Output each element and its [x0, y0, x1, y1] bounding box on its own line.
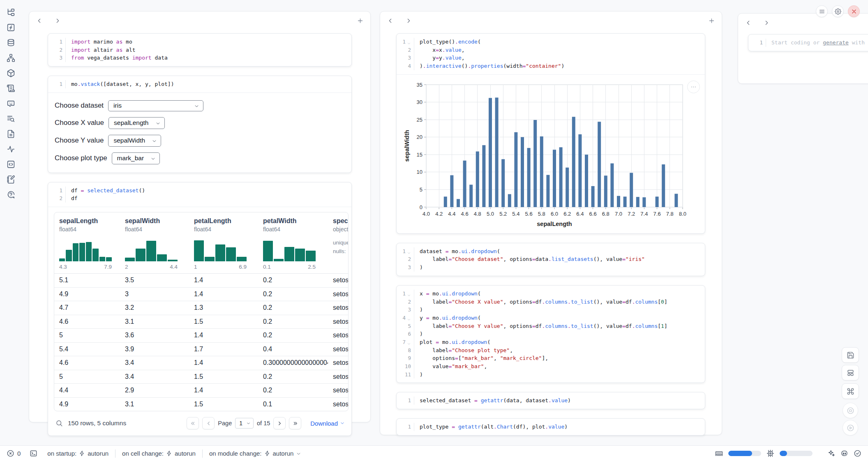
- terminal-button[interactable]: [30, 449, 37, 457]
- next-page-button[interactable]: [273, 417, 286, 429]
- copilot-icon[interactable]: [840, 449, 848, 457]
- fold-chevron-icon[interactable]: [407, 292, 411, 296]
- sidebar-package-button[interactable]: [6, 67, 16, 79]
- download-button[interactable]: Download: [310, 420, 345, 427]
- code-editor[interactable]: 123import marimo as moimport altair as a…: [48, 34, 351, 66]
- column-header-species[interactable]: speciesobjectunique:nulls:: [328, 217, 349, 270]
- add-cell-button[interactable]: [708, 17, 715, 24]
- error-indicator[interactable]: 0: [7, 449, 21, 457]
- table-cell: 1.4: [189, 332, 258, 339]
- code-lines[interactable]: x = mo.ui.dropdown( label="Choose X valu…: [414, 290, 705, 379]
- sidebar-database-button[interactable]: [6, 37, 16, 48]
- sparkles-icon[interactable]: [827, 449, 835, 457]
- choose-x-value-select[interactable]: sepalLength: [108, 117, 164, 129]
- prev-page-button[interactable]: [202, 417, 215, 429]
- fold-chevron-icon[interactable]: [407, 340, 411, 344]
- collapse-column-icon[interactable]: [745, 19, 752, 26]
- sidebar-scroll-text-button[interactable]: [6, 83, 16, 94]
- chevron-down-icon: [155, 120, 161, 126]
- code-editor[interactable]: 1234567891011x = mo.ui.dropdown( label="…: [397, 286, 705, 383]
- sidebar-file-tree-button[interactable]: [6, 7, 16, 18]
- svg-text:6.2: 6.2: [563, 211, 571, 217]
- table-row[interactable]: 4.42.91.40.2setosa: [54, 384, 349, 398]
- table-row[interactable]: 4.63.41.40.30000000000000004setosa: [54, 356, 349, 370]
- layout-button[interactable]: [842, 365, 859, 380]
- sidebar-bot-message-button[interactable]: [6, 98, 16, 109]
- expand-column-icon[interactable]: [54, 17, 61, 24]
- play-button[interactable]: [843, 420, 858, 436]
- table-row[interactable]: 4.931.40.2setosa: [54, 288, 349, 302]
- check-circle-icon[interactable]: [854, 449, 861, 457]
- code-placeholder[interactable]: Start coding or generate with AI: [771, 39, 868, 47]
- sidebar-help-circle-button[interactable]: [6, 189, 16, 201]
- table-footer: 150 rows, 5 columns Page 1 of 15: [54, 416, 346, 431]
- column-header-petalWidth[interactable]: petalWidthfloat640.12.5: [258, 217, 328, 270]
- code-lines[interactable]: dataset = mo.ui.dropdown( label="Choose …: [414, 247, 705, 272]
- column-header-petalLength[interactable]: petalLengthfloat6416.9: [189, 217, 258, 270]
- table-cell: 0.2: [258, 304, 328, 311]
- chart-actions-button[interactable]: [687, 81, 700, 93]
- code-lines[interactable]: import marimo as moimport altair as altf…: [65, 38, 351, 62]
- column-header-sepalLength[interactable]: sepalLengthfloat644.37.9: [54, 217, 120, 270]
- save-button[interactable]: [842, 347, 859, 363]
- generate-link[interactable]: generate: [823, 39, 849, 46]
- sidebar-code-square-button[interactable]: [6, 159, 16, 170]
- table-row[interactable]: 5.13.51.40.2setosa: [54, 274, 349, 288]
- fold-chevron-icon[interactable]: [407, 316, 411, 320]
- table-row[interactable]: 4.73.21.30.2setosa: [54, 301, 349, 315]
- sidebar-notebook-pen-button[interactable]: [6, 174, 16, 185]
- histogram-range: 24.4: [125, 264, 178, 270]
- code-lines[interactable]: mo.vstack([dataset, x, y, plot]): [65, 80, 351, 88]
- notebook-menu-button[interactable]: [816, 5, 828, 17]
- sidebar-list-search-button[interactable]: [6, 113, 16, 124]
- code-editor[interactable]: 1selected_dataset = getattr(data, datase…: [397, 392, 705, 409]
- code-editor[interactable]: 123dataset = mo.ui.dropdown( label="Choo…: [397, 243, 705, 276]
- sidebar-network-button[interactable]: [6, 52, 16, 64]
- table-row[interactable]: 4.93.11.50.1setosa: [54, 398, 349, 411]
- fold-chevron-icon[interactable]: [407, 40, 411, 44]
- sidebar-file-text-button[interactable]: [6, 128, 16, 140]
- line-number: 1: [397, 38, 414, 46]
- code-editor[interactable]: 1234plot_type().encode( x=x.value, y=y.v…: [397, 34, 705, 74]
- dropdown-label: Choose plot type: [55, 154, 107, 162]
- table-row[interactable]: 53.61.40.2setosa: [54, 329, 349, 343]
- table-row[interactable]: 53.41.50.2setosa: [54, 370, 349, 384]
- sidebar-function-square-button[interactable]: [6, 22, 16, 33]
- command-button[interactable]: [842, 383, 859, 399]
- sidebar-activity-button[interactable]: [6, 143, 16, 155]
- choose-y-value-select[interactable]: sepalWidth: [108, 135, 161, 147]
- expand-column-icon[interactable]: [405, 17, 412, 24]
- settings-button[interactable]: [832, 5, 844, 17]
- code-editor[interactable]: 1mo.vstack([dataset, x, y, plot]): [48, 76, 351, 92]
- runtime-config-2[interactable]: on module change:autorun: [209, 450, 301, 457]
- add-cell-button[interactable]: [357, 17, 364, 24]
- collapse-column-icon[interactable]: [387, 17, 394, 24]
- expand-column-icon[interactable]: [763, 19, 770, 26]
- chart-svg[interactable]: 4.04.24.44.64.85.05.25.45.65.86.06.26.46…: [402, 79, 706, 232]
- table-row[interactable]: 4.63.11.50.2setosa: [54, 315, 349, 329]
- shutdown-button[interactable]: [848, 5, 860, 17]
- runtime-config-1[interactable]: on cell change:autorun: [122, 450, 196, 457]
- code-lines[interactable]: selected_dataset = getattr(data, dataset…: [414, 396, 705, 405]
- code-line: y = mo.ui.dropdown(: [420, 314, 705, 322]
- code-lines[interactable]: df = selected_dataset()df: [65, 187, 351, 203]
- fold-chevron-icon[interactable]: [407, 249, 411, 254]
- code-editor[interactable]: 1plot_type = getattr(alt.Chart(df), plot…: [397, 419, 705, 435]
- page-value: 1: [239, 420, 242, 426]
- last-page-button[interactable]: [289, 417, 301, 429]
- collapse-column-icon[interactable]: [36, 17, 43, 24]
- page-select[interactable]: 1: [235, 418, 254, 429]
- code-editor[interactable]: 12df = selected_dataset()df: [48, 182, 351, 207]
- runtime-config-0[interactable]: on startup:autorun: [47, 450, 108, 457]
- table-cell: setosa: [328, 346, 349, 353]
- first-page-button[interactable]: [187, 417, 199, 429]
- table-search-icon[interactable]: [55, 420, 63, 427]
- dataframe-table[interactable]: sepalLengthfloat644.37.9sepalWidthfloat6…: [54, 212, 349, 411]
- code-lines[interactable]: plot_type = getattr(alt.Chart(df), plot.…: [414, 423, 705, 431]
- choose-dataset-select[interactable]: iris: [108, 100, 203, 111]
- code-lines[interactable]: plot_type().encode( x=x.value, y=y.value…: [414, 38, 705, 70]
- table-row[interactable]: 5.43.91.70.4setosa: [54, 343, 349, 357]
- column-header-sepalWidth[interactable]: sepalWidthfloat6424.4: [120, 217, 189, 270]
- stop-button[interactable]: [843, 403, 858, 418]
- choose-plot-type-select[interactable]: mark_bar: [112, 152, 160, 164]
